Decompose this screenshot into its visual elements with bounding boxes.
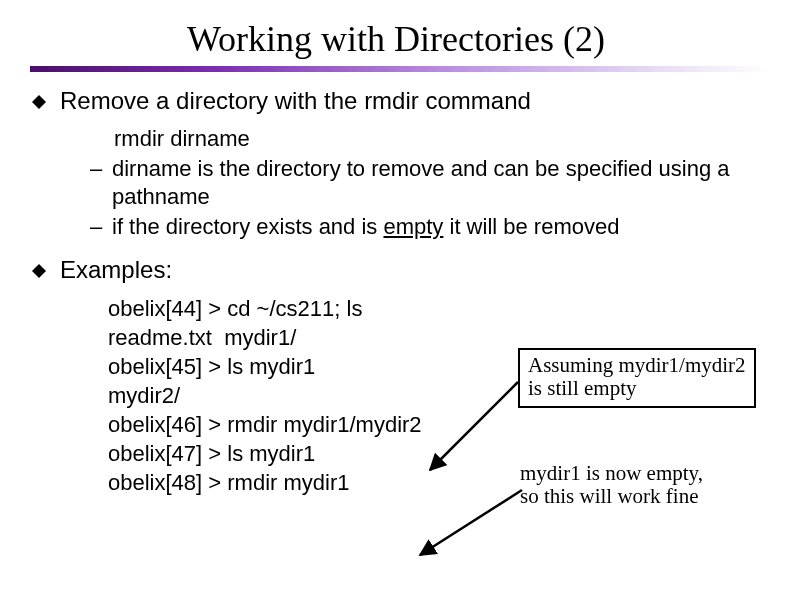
sub-2-text: if the directory exists and is empty it … — [112, 213, 762, 241]
svg-line-3 — [420, 490, 522, 555]
svg-marker-1 — [32, 264, 46, 278]
bullet-item-2: Examples: — [30, 255, 762, 286]
diamond-bullet-icon — [30, 86, 60, 117]
example-line: obelix[44] > cd ~/cs211; ls — [108, 294, 762, 323]
callout-box-1: Assuming mydir1/mydir2 is still empty — [518, 348, 756, 408]
bullet-1-text: Remove a directory with the rmdir comman… — [60, 86, 762, 117]
callout-2-line-1: mydir1 is now empty, — [520, 462, 756, 485]
callout-1-line-1: Assuming mydir1/mydir2 — [528, 354, 746, 377]
slide: Working with Directories (2) Remove a di… — [0, 0, 792, 612]
diamond-bullet-icon — [30, 255, 60, 286]
callout-text-2: mydir1 is now empty, so this will work f… — [518, 462, 756, 508]
dash-icon: – — [90, 155, 112, 183]
slide-title: Working with Directories (2) — [30, 18, 762, 60]
callout-1-line-2: is still empty — [528, 377, 746, 400]
code-line: rmdir dirname — [114, 125, 762, 153]
sub-block-1: rmdir dirname – dirname is the directory… — [90, 125, 762, 242]
svg-marker-0 — [32, 95, 46, 109]
bullet-2-text: Examples: — [60, 255, 762, 286]
sub-1-text: dirname is the directory to remove and c… — [112, 155, 762, 211]
bullet-item-1: Remove a directory with the rmdir comman… — [30, 86, 762, 117]
callout-2-line-2: so this will work fine — [520, 485, 756, 508]
title-underline — [30, 66, 770, 72]
sub-2-pre: if the directory exists and is — [112, 214, 383, 239]
dash-icon: – — [90, 213, 112, 241]
sub-bullet-1: – dirname is the directory to remove and… — [90, 155, 762, 211]
callouts: Assuming mydir1/mydir2 is still empty my… — [518, 348, 756, 508]
sub-2-post: it will be removed — [443, 214, 619, 239]
sub-bullet-2: – if the directory exists and is empty i… — [90, 213, 762, 241]
sub-2-underline: empty — [383, 214, 443, 239]
